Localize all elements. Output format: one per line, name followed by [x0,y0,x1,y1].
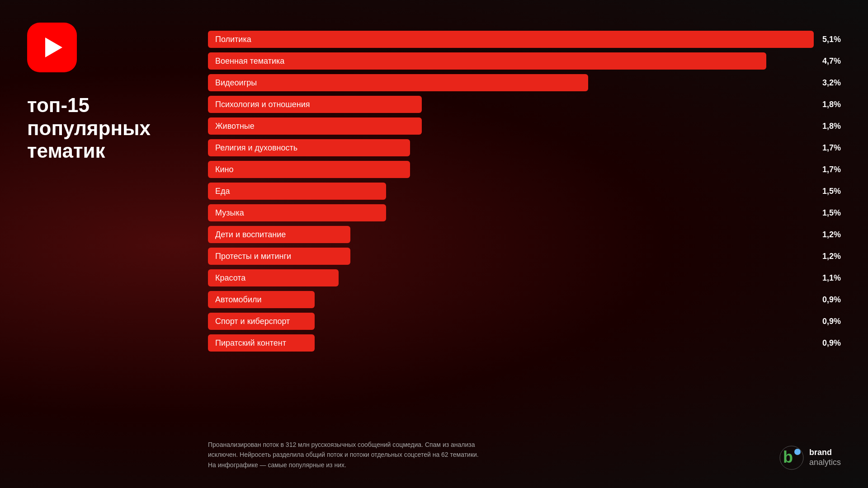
brand-analytics-logo: b brandanalytics [779,446,841,470]
svg-text:b: b [783,448,793,466]
bar-label: Религия и духовность [215,143,297,153]
bar-percentage: 0,9% [814,317,841,326]
brand-analytics-text: brandanalytics [809,448,841,467]
bar-percentage: 5,1% [814,35,841,44]
bar-container: Пиратский контент [208,334,814,352]
bar-percentage: 4,7% [814,56,841,66]
bar-row: Протесты и митинги1,2% [208,247,841,266]
bar-row: Дети и воспитание1,2% [208,225,841,244]
bar-label: Военная тематика [215,56,284,66]
bar-label: Автомобили [215,295,262,305]
chart-area: Политика5,1%Военная тематика4,7%Видеоигр… [208,30,841,427]
bar-label: Политика [215,35,251,44]
bar-row: Еда1,5% [208,182,841,201]
bar-container: Политика [208,31,814,48]
bar-fill: Видеоигры [208,74,588,91]
bar-fill: Музыка [208,204,386,221]
bar-row: Кино1,7% [208,160,841,179]
main-content: топ-15популярныхтематик Политика5,1%Воен… [0,0,868,488]
footer: Проанализирован поток в 312 млн русскояз… [208,432,841,470]
bar-container: Автомобили [208,291,814,308]
svg-point-2 [794,449,801,455]
bar-row: Военная тематика4,7% [208,52,841,70]
bar-container: Еда [208,183,814,200]
bar-fill: Пиратский контент [208,334,315,352]
bar-fill: Дети и воспитание [208,226,350,243]
date-label [27,465,181,470]
bar-fill: Военная тематика [208,52,766,70]
bar-row: Красота1,1% [208,268,841,287]
bar-row: Музыка1,5% [208,203,841,222]
play-icon [45,38,62,57]
bar-label: Животные [215,122,255,131]
left-panel: топ-15популярныхтематик [27,23,199,470]
bar-label: Еда [215,187,230,196]
bar-label: Дети и воспитание [215,230,286,239]
youtube-logo [27,23,77,72]
bar-fill: Еда [208,183,386,200]
bar-percentage: 1,7% [814,143,841,153]
bar-row: Видеоигры3,2% [208,73,841,92]
bar-label: Пиратский контент [215,338,286,348]
bar-label: Музыка [215,208,244,218]
brand-analytics-icon: b [779,446,804,470]
bar-fill: Кино [208,161,410,178]
bar-percentage: 3,2% [814,78,841,88]
bar-fill: Протесты и митинги [208,248,350,265]
bar-container: Дети и воспитание [208,226,814,243]
bar-row: Религия и духовность1,7% [208,138,841,157]
bar-container: Кино [208,161,814,178]
bar-row: Пиратский контент0,9% [208,333,841,352]
bar-fill: Животные [208,117,422,135]
bar-percentage: 1,2% [814,252,841,261]
bar-percentage: 1,8% [814,100,841,109]
bar-percentage: 1,2% [814,230,841,239]
bar-percentage: 1,7% [814,165,841,174]
bar-percentage: 0,9% [814,338,841,348]
bar-label: Спорт и киберспорт [215,317,290,326]
bar-container: Животные [208,117,814,135]
bar-fill: Спорт и киберспорт [208,313,315,330]
bar-container: Спорт и киберспорт [208,313,814,330]
subtitle: топ-15популярныхтематик [27,94,181,163]
bar-fill: Политика [208,31,814,48]
bar-label: Красота [215,273,245,283]
bar-label: Психология и отношения [215,100,310,109]
bar-percentage: 1,5% [814,187,841,196]
bar-row: Психология и отношения1,8% [208,95,841,114]
footer-description: Проанализирован поток в 312 млн русскояз… [208,440,479,470]
bar-container: Религия и духовность [208,139,814,156]
bar-fill: Автомобили [208,291,315,308]
bar-row: Спорт и киберспорт0,9% [208,312,841,331]
bar-percentage: 1,5% [814,208,841,218]
bar-container: Видеоигры [208,74,814,91]
bar-fill: Психология и отношения [208,96,422,113]
bar-row: Политика5,1% [208,30,841,49]
bar-fill: Религия и духовность [208,139,410,156]
bar-label: Видеоигры [215,78,257,88]
right-panel: Политика5,1%Военная тематика4,7%Видеоигр… [199,23,841,470]
bar-fill: Красота [208,269,339,286]
bar-container: Протесты и митинги [208,248,814,265]
bar-row: Автомобили0,9% [208,290,841,309]
bar-container: Музыка [208,204,814,221]
bar-label: Кино [215,165,234,174]
bar-percentage: 0,9% [814,295,841,305]
bar-container: Военная тематика [208,52,814,70]
bar-percentage: 1,1% [814,273,841,283]
bar-percentage: 1,8% [814,122,841,131]
bar-container: Красота [208,269,814,286]
bar-label: Протесты и митинги [215,252,291,261]
bar-row: Животные1,8% [208,117,841,136]
bar-container: Психология и отношения [208,96,814,113]
